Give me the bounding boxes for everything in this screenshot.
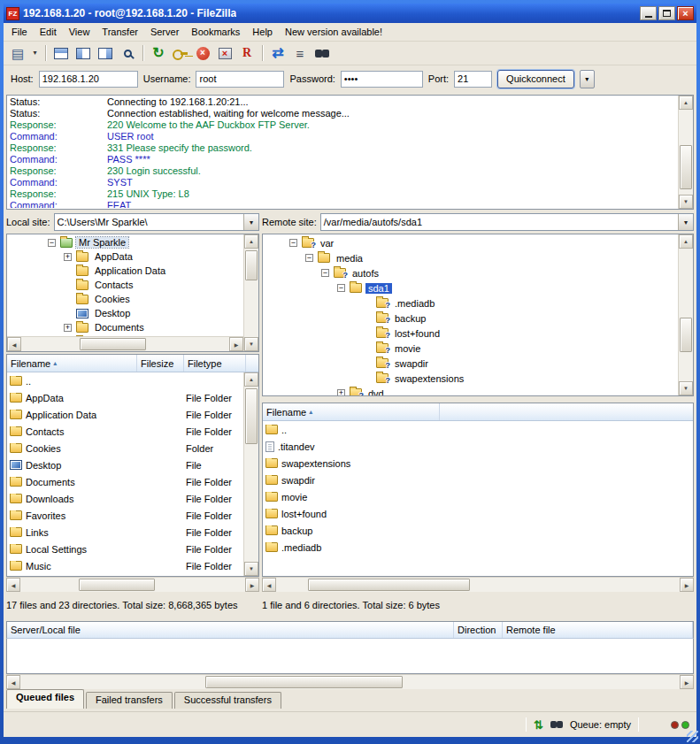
tab-failed-transfers[interactable]: Failed transfers <box>86 692 173 709</box>
scroll-track[interactable] <box>244 249 258 337</box>
file-row[interactable]: AppData File Folder <box>7 389 243 406</box>
column-filetype[interactable]: Filetype <box>184 355 246 372</box>
scroll-up-button[interactable]: ▲ <box>679 96 693 110</box>
scroll-track[interactable] <box>20 675 680 689</box>
queue-horizontal-scrollbar[interactable]: ◀ ▶ <box>6 674 694 689</box>
tree-item[interactable]: Cookies <box>9 292 242 306</box>
file-row[interactable]: Contacts File Folder <box>7 423 243 440</box>
scroll-left-button[interactable]: ◀ <box>7 337 21 351</box>
tree-item-label[interactable]: AppData <box>92 251 135 262</box>
menu-help[interactable]: Help <box>246 25 279 39</box>
tree-item-label[interactable]: Mr Sparkle <box>76 237 128 248</box>
tree-expander-icon[interactable]: + <box>337 389 345 396</box>
tree-expander-icon[interactable]: − <box>321 269 329 277</box>
file-row[interactable]: Links File Folder <box>7 524 243 541</box>
column-filename[interactable]: Filename▴ <box>7 355 137 372</box>
file-row[interactable]: swapextensions <box>263 455 693 472</box>
toggle-queue-button[interactable] <box>117 43 138 63</box>
menu-file[interactable]: File <box>5 25 34 39</box>
host-input[interactable] <box>39 71 138 88</box>
scroll-thumb[interactable] <box>308 579 469 591</box>
file-row[interactable]: Documents File Folder <box>7 473 243 490</box>
quickconnect-dropdown[interactable]: ▾ <box>580 70 595 88</box>
scroll-thumb[interactable] <box>205 676 404 688</box>
tree-item[interactable]: Application Data <box>9 264 242 278</box>
tree-item-label[interactable]: var <box>318 238 336 249</box>
scroll-left-button[interactable]: ◀ <box>262 578 276 592</box>
file-row[interactable]: Music File Folder <box>7 557 243 574</box>
tree-item-label[interactable]: .mediadb <box>392 298 437 309</box>
tree-item-label[interactable]: Contacts <box>92 280 135 290</box>
file-row[interactable]: Application Data File Folder <box>7 406 243 423</box>
tree-expander-icon[interactable]: − <box>305 254 313 262</box>
cancel-button[interactable]: × <box>192 43 213 63</box>
scroll-down-button[interactable]: ▼ <box>244 562 258 576</box>
menu-transfer[interactable]: Transfer <box>96 25 144 39</box>
file-row[interactable]: swapdir <box>263 472 693 488</box>
tree-item[interactable]: movie <box>265 341 677 356</box>
port-input[interactable] <box>454 71 492 88</box>
scroll-track[interactable] <box>21 337 229 351</box>
tree-item[interactable]: + AppData <box>9 249 242 264</box>
scroll-down-button[interactable]: ▼ <box>679 381 693 395</box>
local-tree-vertical-scrollbar[interactable]: ▲ ▼ <box>243 234 258 351</box>
tree-expander-icon[interactable]: − <box>48 239 56 247</box>
toggle-local-tree-button[interactable] <box>73 43 94 63</box>
file-row[interactable]: Favorites File Folder <box>7 507 243 524</box>
local-site-combo[interactable]: C:\Users\Mr Sparkle\ ▾ <box>54 213 259 231</box>
toolbar-separator[interactable] <box>42 43 50 63</box>
scroll-down-button[interactable]: ▼ <box>244 337 258 351</box>
tree-item[interactable]: Contacts <box>9 278 242 292</box>
file-row[interactable]: Desktop File <box>7 456 243 473</box>
column-remote-file[interactable]: Remote file <box>503 622 693 638</box>
scroll-right-button[interactable]: ▶ <box>680 578 694 592</box>
remote-tree-vertical-scrollbar[interactable]: ▲ ▼ <box>678 234 693 395</box>
remote-site-combo[interactable]: /var/media/autofs/sda1 ▾ <box>320 213 694 231</box>
tree-item-label[interactable]: swapextensions <box>392 373 466 384</box>
password-input[interactable] <box>341 71 423 88</box>
resize-grip[interactable] <box>687 731 698 742</box>
tree-item[interactable]: − var <box>265 235 677 250</box>
scroll-up-button[interactable]: ▲ <box>244 372 258 387</box>
tree-item-label[interactable]: sda1 <box>365 283 392 294</box>
tree-item-label[interactable]: Cookies <box>92 294 133 304</box>
refresh-button[interactable]: ↻ <box>148 43 169 63</box>
dropdown-arrow-icon[interactable]: ▾ <box>678 214 693 230</box>
tree-item-label[interactable]: Desktop <box>92 308 133 318</box>
column-direction[interactable]: Direction <box>454 622 503 638</box>
tree-item-label[interactable]: dvd <box>365 388 387 397</box>
file-row[interactable]: .. <box>263 421 693 438</box>
tree-item-label[interactable]: swapdir <box>392 358 431 369</box>
tree-item-label[interactable]: movie <box>392 343 423 354</box>
username-input[interactable] <box>196 71 284 88</box>
scroll-thumb[interactable] <box>680 145 692 189</box>
local-list-vertical-scrollbar[interactable]: ▲ ▼ <box>243 372 258 576</box>
scroll-track[interactable] <box>244 387 258 562</box>
tree-expander-icon[interactable]: − <box>337 284 345 292</box>
tree-item[interactable]: .mediadb <box>265 295 677 311</box>
tree-expander-icon[interactable]: + <box>64 324 72 332</box>
quickconnect-button[interactable]: Quickconnect <box>497 70 574 88</box>
menu-server[interactable]: Server <box>144 25 185 39</box>
file-row[interactable]: Local Settings File Folder <box>7 541 243 557</box>
file-row[interactable]: Cookies Folder <box>7 440 243 456</box>
directory-comparison-button[interactable]: ≡ <box>289 43 311 63</box>
toggle-remote-tree-button[interactable] <box>95 43 116 63</box>
tree-item[interactable]: swapdir <box>265 356 677 371</box>
menu-new-version[interactable]: New version available! <box>279 25 388 39</box>
maximize-button[interactable] <box>658 6 675 20</box>
toggle-message-log-button[interactable] <box>50 43 72 63</box>
scroll-track[interactable] <box>276 578 680 592</box>
file-row[interactable]: lost+found <box>263 505 693 522</box>
scroll-right-button[interactable]: ▶ <box>245 578 259 592</box>
column-filename[interactable]: Filename▴ <box>263 403 440 420</box>
column-filesize[interactable]: Filesize <box>137 355 184 372</box>
tree-item-label[interactable]: media <box>334 253 365 264</box>
tree-item[interactable]: Desktop <box>9 306 242 320</box>
file-row[interactable]: Downloads File Folder <box>7 490 243 507</box>
tree-item-label[interactable]: Documents <box>92 322 147 333</box>
site-manager-dropdown[interactable]: ▾ <box>29 43 41 63</box>
scroll-thumb[interactable] <box>245 388 258 444</box>
column-server-local-file[interactable]: Server/Local file <box>7 622 454 638</box>
minimize-button[interactable] <box>640 6 657 20</box>
